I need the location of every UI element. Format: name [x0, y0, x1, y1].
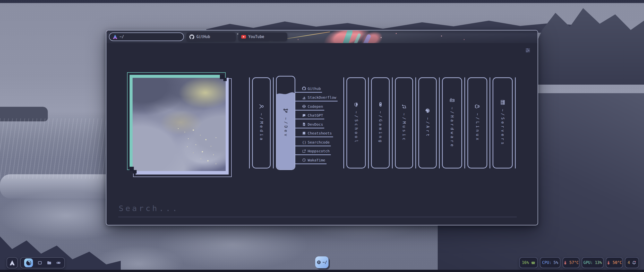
book-music[interactable]: ~/Music [395, 77, 413, 168]
artwork-image [133, 78, 226, 171]
tab-github-label: GitHub [196, 35, 210, 39]
server-rack-icon [500, 100, 505, 105]
dev-link-searchcode[interactable]: {} Searchcode [295, 137, 331, 146]
thermometer-icon [607, 261, 611, 265]
bookshelf: ~/Media ~/Dev Github [247, 76, 518, 170]
book-label: ~/Dev [284, 117, 288, 138]
stat-cpu: CPU: 5% [540, 257, 560, 268]
thermometer-icon [563, 261, 567, 265]
cpu-value: 5% [553, 260, 558, 265]
book-label: ~/Servers [500, 109, 505, 146]
memory-value: 16% [522, 260, 529, 265]
dev-link-chatgpt[interactable]: ChatGPT [295, 111, 324, 120]
tab-home-label: ~/ [119, 35, 124, 39]
stackoverflow-icon [302, 96, 306, 99]
dock-firefox[interactable] [24, 258, 33, 267]
book-label: ~/Hardware [450, 107, 454, 148]
git-branch-icon [283, 108, 288, 113]
globe-icon [317, 260, 321, 264]
book-gaming[interactable]: ~/Gaming [371, 77, 390, 168]
tab-bar: ~/ GitHub YouTube [106, 30, 538, 43]
browser-window: ~/ GitHub YouTube [106, 30, 538, 225]
dev-link-cheatsheets[interactable]: Cheatsheets [295, 128, 333, 138]
book-art[interactable]: ~/Art [418, 77, 437, 168]
artwork-stars [178, 128, 179, 129]
shelf-divider [249, 77, 250, 168]
dev-link-github[interactable]: Github [295, 84, 322, 93]
shelf-divider [415, 77, 416, 168]
desktop: ~/ GitHub YouTube [0, 0, 644, 272]
folder-icon [47, 260, 52, 265]
youtube-icon [241, 35, 246, 39]
window-icon [37, 260, 42, 265]
chatgpt-icon [302, 114, 306, 117]
user-icon [259, 104, 264, 109]
music-icon [401, 104, 407, 109]
firefox-icon [25, 260, 32, 266]
book-label: ~/Media [259, 113, 264, 142]
dock-games[interactable] [56, 260, 61, 265]
dev-book-group: ~/Dev Github StackOverflow Codepen ChatG… [276, 76, 341, 170]
book-label: ~/Gaming [378, 111, 383, 144]
devdocs-icon [302, 122, 306, 126]
book-school[interactable]: ~/School [346, 77, 366, 168]
frame-corner-square [133, 170, 137, 174]
book-dev[interactable]: ~/Dev [276, 76, 295, 170]
dock-window[interactable] [37, 260, 42, 265]
tab-youtube-label: YouTube [248, 35, 264, 39]
search-input[interactable] [118, 204, 517, 217]
gamepad-icon [56, 260, 61, 265]
search-bar [118, 204, 517, 217]
dock-files[interactable] [47, 260, 52, 265]
book-media[interactable]: ~/Media [252, 77, 271, 168]
book-hardware[interactable]: ~/Hardware [442, 77, 462, 168]
dev-link-devdocs[interactable]: DevDocs [295, 119, 324, 128]
stat-memory: 16% [519, 257, 538, 268]
taskbar-launcher[interactable] [7, 257, 18, 268]
tab-youtube[interactable]: YouTube [238, 32, 287, 41]
wakatime-icon [302, 158, 306, 162]
stat-cpu-temp: 57°C [562, 257, 580, 268]
active-window-button[interactable]: ~/ [315, 256, 329, 268]
github-icon [189, 35, 194, 39]
active-window-label: ~/ [323, 260, 327, 265]
sliders-icon [525, 47, 531, 54]
book-label: ~/Linux [475, 113, 480, 142]
bell-icon [632, 261, 636, 265]
palette-icon [425, 108, 430, 113]
dev-link-stackoverflow[interactable]: StackOverflow [295, 93, 338, 102]
shelf-divider [392, 77, 393, 168]
book-servers[interactable]: ~/Servers [493, 77, 513, 168]
dev-links: Github StackOverflow Codepen ChatGPT Dev… [295, 76, 341, 164]
shelf-divider [490, 77, 490, 168]
stat-gpu: GPU: 13% [582, 257, 604, 268]
graduation-icon [353, 102, 359, 107]
github-icon [302, 87, 306, 90]
gamepad-icon [378, 102, 383, 107]
shelf-divider [464, 77, 465, 168]
tab-home[interactable]: ~/ [109, 32, 184, 41]
arch-icon [10, 260, 15, 265]
pc-tower-icon [450, 98, 455, 103]
arch-icon [113, 35, 117, 39]
dev-link-wakatime[interactable]: WakaTime [295, 155, 327, 164]
searchcode-icon: {} [302, 140, 306, 144]
shelf-divider [439, 77, 440, 168]
book-linux[interactable]: ~/Linux [467, 77, 487, 168]
book-label: ~/Music [402, 113, 406, 142]
stat-gpu-temp: 50°C [606, 257, 623, 268]
tab-github[interactable]: GitHub [186, 32, 236, 41]
stat-notifications[interactable]: 4 [625, 257, 639, 268]
dev-link-codepen[interactable]: Codepen [295, 101, 324, 111]
dev-link-hoppscotch[interactable]: Hoppscotch [295, 146, 331, 155]
cpu-temp-value: 57°C [569, 260, 579, 265]
gpu-temp-value: 50°C [613, 260, 622, 265]
tux-icon [475, 104, 480, 109]
gpu-value: 13% [595, 260, 602, 265]
book-label: ~/School [354, 111, 358, 144]
window-settings-button[interactable] [525, 47, 531, 54]
shelf-divider [273, 77, 274, 168]
taskbar-dock [20, 257, 65, 268]
gpu-label: GPU: [583, 260, 593, 265]
codepen-icon [302, 105, 306, 108]
